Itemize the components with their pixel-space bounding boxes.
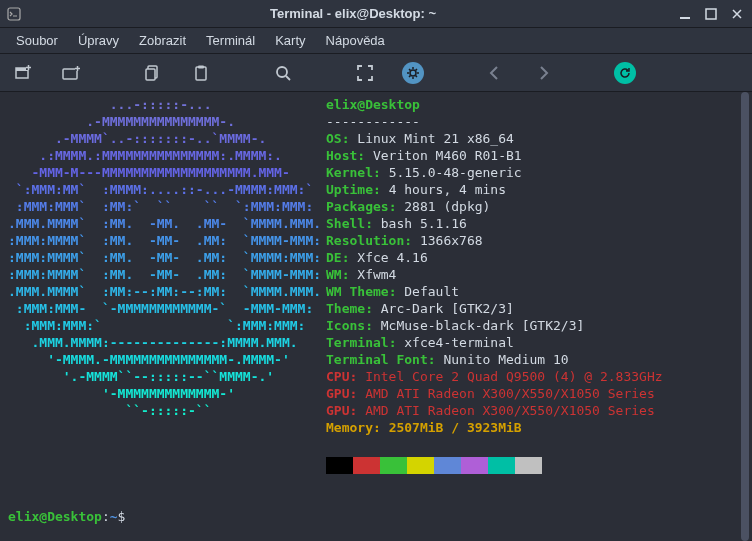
maximize-button[interactable] [704, 7, 718, 21]
svg-point-12 [277, 67, 287, 77]
svg-rect-9 [146, 69, 155, 80]
menu-file[interactable]: Soubor [8, 30, 66, 51]
new-tab-icon[interactable] [60, 62, 82, 84]
vertical-scrollbar[interactable] [738, 92, 752, 541]
scrollbar-thumb[interactable] [741, 92, 749, 541]
menu-view[interactable]: Zobrazit [131, 30, 194, 51]
new-window-icon[interactable] [12, 62, 34, 84]
copy-icon[interactable] [142, 62, 164, 84]
menu-tabs[interactable]: Karty [267, 30, 313, 51]
menu-help[interactable]: Nápověda [318, 30, 393, 51]
menu-terminal[interactable]: Terminál [198, 30, 263, 51]
minimize-button[interactable] [678, 7, 692, 21]
shell-prompt[interactable]: elix@Desktop:~$ [8, 508, 730, 525]
svg-rect-11 [198, 65, 204, 68]
forward-icon[interactable] [532, 62, 554, 84]
svg-rect-10 [196, 67, 206, 80]
refresh-icon[interactable] [614, 62, 636, 84]
search-icon[interactable] [272, 62, 294, 84]
settings-icon[interactable] [402, 62, 424, 84]
svg-point-13 [410, 70, 416, 76]
terminal-output: ...-:::::-...elix@Desktop .-MMMMMMMMMMMM… [0, 92, 738, 541]
app-icon [6, 6, 22, 22]
svg-rect-2 [706, 9, 716, 19]
window-title: Terminal - elix@Desktop: ~ [28, 6, 678, 21]
menubar: Soubor Úpravy Zobrazit Terminál Karty Ná… [0, 28, 752, 54]
svg-rect-6 [63, 69, 77, 79]
svg-rect-0 [8, 8, 20, 20]
menu-edit[interactable]: Úpravy [70, 30, 127, 51]
svg-rect-1 [680, 17, 690, 19]
toolbar [0, 54, 752, 92]
color-palette [326, 457, 730, 474]
terminal-viewport[interactable]: ...-:::::-...elix@Desktop .-MMMMMMMMMMMM… [0, 92, 752, 541]
back-icon[interactable] [484, 62, 506, 84]
close-button[interactable] [730, 7, 744, 21]
paste-icon[interactable] [190, 62, 212, 84]
fullscreen-icon[interactable] [354, 62, 376, 84]
window-titlebar: Terminal - elix@Desktop: ~ [0, 0, 752, 28]
